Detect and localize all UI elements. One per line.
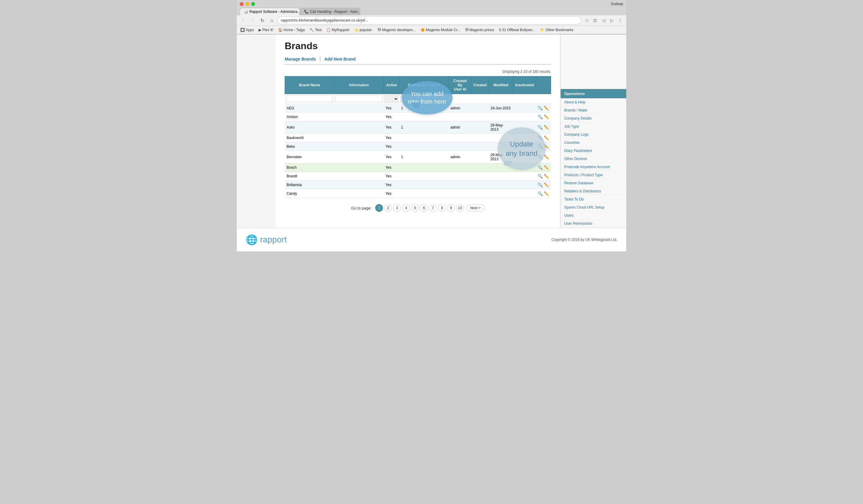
tab-rapport-admin[interactable]: 📊 Rapport Software - Administra... ✕ (240, 8, 300, 15)
filter-empty-5 (536, 94, 551, 104)
sidebar-link-job-type[interactable]: Job Type (561, 123, 626, 131)
footer-copyright: Copyright © 2016 by UK Whitegoods Ltd. (551, 238, 617, 242)
back-nav-button[interactable]: ◁ (600, 17, 607, 24)
col-information: Information (334, 76, 384, 94)
col-created: Created (471, 76, 489, 94)
sidebar-link-user-permissions[interactable]: User Permissions (561, 219, 626, 228)
sub-navigation: Manage Brands | Add New Brand (285, 56, 551, 65)
sidebar-operations-header: Operations (561, 89, 626, 98)
view-icon[interactable]: 🔍 (538, 114, 543, 119)
page-button-6[interactable]: 6 (420, 204, 428, 212)
myrapport-icon: 📋 (326, 28, 331, 32)
tab-call-handling[interactable]: 📞 Call Handling - Rapport - Adm... ✕ (300, 8, 360, 15)
view-icon[interactable]: 🔍 (538, 191, 543, 196)
action-cell: 🔍 ✏️ (536, 104, 551, 113)
edit-icon[interactable]: ✏️ (544, 136, 549, 140)
sidebar-link-company-logo[interactable]: Company Logo (561, 131, 626, 139)
forward-button[interactable]: › (249, 16, 257, 24)
sidebar-link-spares-cloud[interactable]: Spares Cloud URL Setup (561, 203, 626, 212)
pagination: Go to page: 1 2 3 4 5 6 7 8 9 10 Next > (285, 204, 551, 212)
plexit-icon: ▶ (259, 28, 261, 32)
sidebar-link-about-help[interactable]: About & Help (561, 98, 626, 106)
edit-icon[interactable]: ✏️ (544, 191, 549, 196)
window-controls[interactable] (240, 2, 255, 6)
sidebar-link-restore-db[interactable]: Restore Database (561, 179, 626, 187)
sidebar-link-countries[interactable]: Countries (561, 139, 626, 147)
page-button-1[interactable]: 1 (375, 204, 383, 212)
bookmark-plexit-label: Plex It! (262, 28, 273, 32)
page-button-9[interactable]: 9 (447, 204, 455, 212)
tab-title-2: Call Handling - Rapport - Adm... (310, 10, 360, 14)
bookmark-apps[interactable]: 🔲 Apps (239, 27, 255, 33)
magento-module-icon: 🔶 (421, 28, 425, 32)
bookmark-test[interactable]: 🔧 Test (308, 27, 323, 33)
sidebar-link-retailers[interactable]: Retailers & Distributors (561, 187, 626, 196)
forward-nav-button[interactable]: ▷ (608, 17, 615, 24)
sidebar-link-tasks[interactable]: Tasks To Do (561, 196, 626, 203)
minimize-window-button[interactable] (246, 2, 249, 6)
bookmark-offbeat[interactable]: S 31 Offbeat Bollywo... (498, 27, 537, 33)
table-row: CandyYes 🔍 ✏️ (285, 189, 551, 198)
page-button-8[interactable]: 8 (438, 204, 446, 212)
back-button[interactable]: ‹ (239, 16, 247, 24)
menu-button[interactable]: ⋮ (617, 17, 624, 24)
action-cell: 🔍 ✏️ (536, 163, 551, 172)
page-button-2[interactable]: 2 (384, 204, 392, 212)
maximize-window-button[interactable] (251, 2, 255, 6)
filter-info-input[interactable] (335, 96, 383, 102)
bookmark-popular[interactable]: ⭐ popular- (353, 27, 374, 33)
sidebar-link-company-details[interactable]: Company Details (561, 114, 626, 123)
sidebar-link-brands-make[interactable]: Brands / Make (561, 106, 626, 114)
tab-favicon-2: 📞 (304, 10, 308, 14)
action-cell: 🔍 ✏️ (536, 181, 551, 189)
view-icon[interactable]: 🔍 (538, 106, 543, 111)
manage-brands-link[interactable]: Manage Brands (285, 56, 316, 61)
close-window-button[interactable] (240, 2, 243, 6)
view-icon[interactable]: 🔍 (538, 174, 543, 179)
reload-button[interactable]: ↻ (258, 16, 266, 24)
right-sidebar: Update any brand Operations About & Help… (560, 35, 626, 228)
page-button-7[interactable]: 7 (429, 204, 437, 212)
sidebar-link-products[interactable]: Products / Product Type (561, 171, 626, 179)
edit-icon[interactable]: ✏️ (544, 106, 549, 111)
globe-icon: 🌐 (246, 234, 258, 245)
page-button-4[interactable]: 4 (402, 204, 410, 212)
address-bar[interactable] (277, 16, 581, 24)
edit-icon[interactable]: ✏️ (544, 125, 549, 130)
bookmark-magento-dev[interactable]: Ⓜ Magento developm... (376, 27, 417, 33)
cast-button[interactable]: ⊡ (591, 17, 599, 24)
edit-icon[interactable]: ✏️ (544, 155, 549, 160)
bookmark-magento-prices[interactable]: Ⓜ Magento prices (464, 27, 495, 33)
edit-icon[interactable]: ✏️ (544, 182, 549, 187)
filter-brand-name-input[interactable] (286, 96, 334, 102)
sidebar-link-users[interactable]: Users (561, 212, 626, 219)
col-modified: Modified (489, 76, 513, 94)
bookmark-myrapport[interactable]: 📋 MyRapport (325, 27, 351, 33)
offbeat-icon: S (499, 28, 501, 32)
view-icon[interactable]: 🔍 (538, 165, 543, 170)
view-icon[interactable]: 🔍 (538, 182, 543, 187)
page-button-3[interactable]: 3 (393, 204, 401, 212)
page-button-5[interactable]: 5 (411, 204, 419, 212)
edit-icon[interactable]: ✏️ (544, 114, 549, 119)
filter-active-select[interactable]: Yes No (385, 95, 399, 102)
sub-nav-divider: | (320, 56, 321, 62)
next-page-button[interactable]: Next > (466, 204, 485, 212)
col-actions (536, 76, 551, 94)
add-new-brand-link[interactable]: Add New Brand (324, 56, 355, 61)
edit-icon[interactable]: ✏️ (544, 165, 549, 170)
bookmark-plexit[interactable]: ▶ Plex It! (258, 27, 275, 33)
bookmark-magento-module[interactable]: 🔶 Magento Module Cr... (419, 27, 462, 33)
table-row: AristonYes 🔍 ✏️ (285, 113, 551, 121)
page-button-10[interactable]: 10 (456, 204, 464, 212)
bookmark-other[interactable]: 📁 Other Bookmarks (539, 27, 574, 33)
footer-brand-name: rapport (260, 235, 287, 244)
bookmark-star-button[interactable]: ☆ (583, 17, 590, 24)
sidebar-link-other-devices[interactable]: Other Devices (561, 155, 626, 163)
edit-icon[interactable]: ✏️ (544, 174, 549, 179)
home-button[interactable]: ⌂ (268, 16, 276, 24)
sidebar-link-diary-parameters[interactable]: Diary Parameters (561, 147, 626, 155)
bookmark-taiga[interactable]: 🏠 Home - Taiga (277, 27, 306, 33)
view-icon[interactable]: 🔍 (538, 125, 543, 130)
sidebar-link-postcode[interactable]: Postcode Anywhere Account (561, 163, 626, 171)
